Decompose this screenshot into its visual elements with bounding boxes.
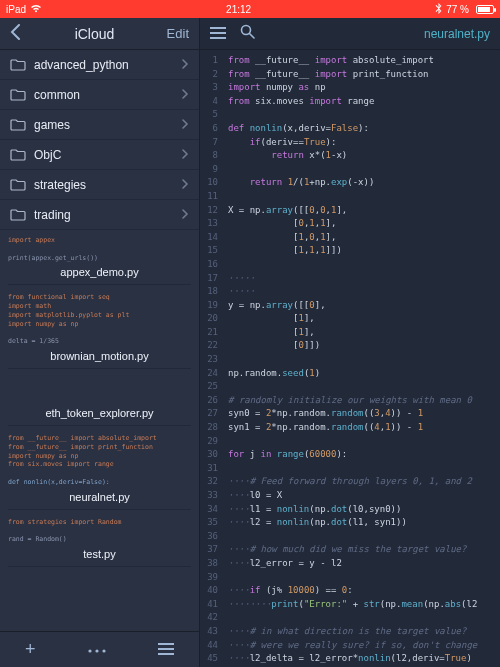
preview-code: from __future__ import absolute_import f…	[8, 434, 191, 487]
preview-title: test.py	[8, 544, 191, 567]
svg-rect-7	[210, 32, 226, 34]
svg-point-2	[102, 649, 105, 652]
svg-rect-5	[158, 653, 174, 655]
code-editor[interactable]: 1 2 3 4 5 6 7 8 9 10 11 12 13 14 15 16 1…	[200, 50, 500, 667]
folder-name: strategies	[26, 178, 182, 192]
wifi-icon	[30, 4, 42, 15]
folder-name: trading	[26, 208, 182, 222]
line-gutter: 1 2 3 4 5 6 7 8 9 10 11 12 13 14 15 16 1…	[200, 50, 222, 667]
folder-icon	[10, 179, 26, 191]
preview-title: appex_demo.py	[8, 262, 191, 285]
battery-percent: 77 %	[446, 4, 469, 15]
add-button[interactable]: +	[25, 639, 36, 660]
chevron-right-icon	[182, 208, 189, 222]
folder-row[interactable]: games	[0, 110, 199, 140]
device-label: iPad	[6, 4, 26, 15]
chevron-right-icon	[182, 88, 189, 102]
file-browser-pane: iCloud Edit advanced_pythoncommongamesOb…	[0, 18, 200, 667]
svg-rect-6	[210, 27, 226, 29]
folder-row[interactable]: strategies	[0, 170, 199, 200]
folder-icon	[10, 149, 26, 161]
file-previews: import appex print(appex.get_urls())appe…	[0, 230, 199, 631]
file-preview[interactable]: from strategies import Random rand = Ran…	[0, 512, 199, 569]
file-browser-nav: iCloud Edit	[0, 18, 199, 50]
svg-rect-3	[158, 643, 174, 645]
editor-pane: neuralnet.py 1 2 3 4 5 6 7 8 9 10 11 12 …	[200, 18, 500, 667]
folder-icon	[10, 59, 26, 71]
code-content[interactable]: from __future__ import absolute_import f…	[222, 50, 500, 667]
back-button[interactable]	[10, 24, 30, 43]
chevron-right-icon	[182, 178, 189, 192]
menu-icon[interactable]	[210, 25, 230, 43]
chevron-right-icon	[182, 58, 189, 72]
location-title: iCloud	[30, 26, 159, 42]
folder-name: advanced_python	[26, 58, 182, 72]
settings-button[interactable]	[86, 639, 108, 660]
open-file-name[interactable]: neuralnet.py	[424, 27, 490, 41]
view-mode-button[interactable]	[158, 639, 174, 660]
file-preview[interactable]: eth_token_explorer.py	[0, 371, 199, 428]
svg-point-1	[95, 649, 98, 652]
battery-icon	[473, 5, 494, 14]
folder-list: advanced_pythoncommongamesObjCstrategies…	[0, 50, 199, 230]
folder-row[interactable]: advanced_python	[0, 50, 199, 80]
folder-icon	[10, 119, 26, 131]
preview-code	[8, 377, 191, 403]
chevron-right-icon	[182, 148, 189, 162]
preview-title: brownian_motion.py	[8, 346, 191, 369]
folder-name: ObjC	[26, 148, 182, 162]
preview-code: from strategies import Random rand = Ran…	[8, 518, 191, 544]
folder-row[interactable]: trading	[0, 200, 199, 230]
file-preview[interactable]: from functional import seq import math i…	[0, 287, 199, 371]
svg-line-10	[250, 34, 255, 39]
chevron-right-icon	[182, 118, 189, 132]
status-bar: iPad 21:12 77 %	[0, 0, 500, 18]
preview-code: from functional import seq import math i…	[8, 293, 191, 346]
clock: 21:12	[42, 4, 435, 15]
svg-rect-8	[210, 37, 226, 39]
preview-title: eth_token_explorer.py	[8, 403, 191, 426]
svg-rect-4	[158, 648, 174, 650]
folder-name: common	[26, 88, 182, 102]
bluetooth-icon	[435, 3, 442, 16]
file-preview[interactable]: from __future__ import absolute_import f…	[0, 428, 199, 512]
folder-name: games	[26, 118, 182, 132]
folder-icon	[10, 209, 26, 221]
folder-row[interactable]: ObjC	[0, 140, 199, 170]
preview-title: neuralnet.py	[8, 487, 191, 510]
svg-point-0	[88, 649, 91, 652]
folder-row[interactable]: common	[0, 80, 199, 110]
edit-button[interactable]: Edit	[159, 26, 189, 41]
bottom-toolbar: +	[0, 631, 199, 667]
file-preview[interactable]: import appex print(appex.get_urls())appe…	[0, 230, 199, 287]
folder-icon	[10, 89, 26, 101]
editor-nav: neuralnet.py	[200, 18, 500, 50]
search-icon[interactable]	[240, 24, 260, 43]
preview-code: import appex print(appex.get_urls())	[8, 236, 191, 262]
